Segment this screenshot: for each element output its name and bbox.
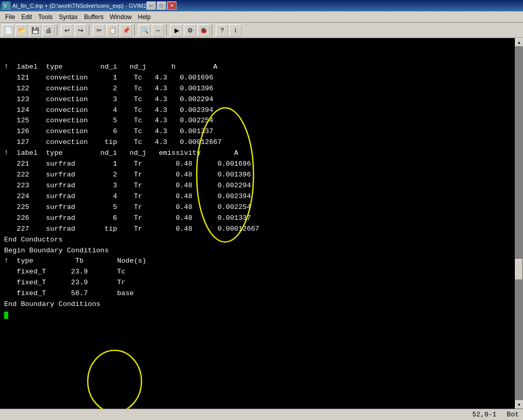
new-file-button[interactable]: 📄 <box>2 24 14 37</box>
maximize-button[interactable]: □ <box>157 2 166 10</box>
editor-line: 224 surfrad 4 Tr 0.48 0.002394 <box>4 191 511 202</box>
editor-content[interactable]: ! label type nd_i nd_j h A 121 convectio… <box>0 38 515 409</box>
scroll-down-arrow[interactable]: ▼ <box>515 400 524 409</box>
toolbar-separator-2 <box>89 25 91 36</box>
editor-line: fixed_T 23.9 Tr <box>4 278 511 288</box>
undo-button[interactable]: ↩ <box>61 24 73 37</box>
paste-button[interactable]: 📌 <box>120 24 132 37</box>
copy-button[interactable]: 📋 <box>106 24 119 37</box>
cursor-position: 52,0-1 <box>472 411 497 418</box>
minimize-button[interactable]: ─ <box>147 2 156 10</box>
editor-line: 123 convection 3 Tc 4.3 0.002294 <box>4 94 511 105</box>
run-button[interactable]: ▶ <box>170 24 183 37</box>
editor-line: End Conductors <box>4 235 511 246</box>
editor-line: 225 surfrad 5 Tr 0.48 0.002254 <box>4 202 511 213</box>
debug-button[interactable]: 🐞 <box>197 24 210 37</box>
window-controls: ─ □ ✕ <box>147 2 177 10</box>
editor-line: 124 convection 4 Tc 4.3 0.002394 <box>4 105 511 116</box>
info-button[interactable]: i <box>229 24 242 37</box>
editor-line: End Boundary Conditions <box>4 299 511 310</box>
editor-line: Begin Boundary Conditions <box>4 246 511 256</box>
app-icon: V <box>2 2 10 10</box>
menu-item-buffers[interactable]: Buffers <box>81 12 107 22</box>
editor-container: ! label type nd_i nd_j h A 121 convectio… <box>0 38 523 409</box>
replace-button[interactable]: ↔ <box>152 24 164 37</box>
menubar: FileEditToolsSyntaxBuffersWindowHelp <box>0 11 523 23</box>
editor-line: fixed_T 23.9 Tc <box>4 267 511 278</box>
print-button[interactable]: 🖨 <box>42 24 55 37</box>
save-file-button[interactable]: 💾 <box>29 24 41 37</box>
titlebar: V Al_fin_C.inp + (D:\work\TNSolver\conv_… <box>0 0 523 11</box>
menu-item-help[interactable]: Help <box>135 12 154 22</box>
toolbar-separator-4 <box>166 25 168 36</box>
redo-button[interactable]: ↪ <box>74 24 87 37</box>
scroll-up-arrow[interactable]: ▲ <box>515 38 524 46</box>
menu-item-window[interactable]: Window <box>107 12 135 22</box>
editor-line <box>4 310 511 321</box>
menu-item-edit[interactable]: Edit <box>18 12 35 22</box>
editor-line: 221 surfrad 1 Tr 0.48 0.001696 <box>4 159 511 170</box>
statusbar: 52,0-1 Bot <box>0 409 523 420</box>
open-file-button[interactable]: 📂 <box>15 24 28 37</box>
menu-item-file[interactable]: File <box>2 12 18 22</box>
editor-line: 127 convection tip Tc 4.3 0.00012667 <box>4 137 511 148</box>
editor-line: ! label type nd_i nd_j h A <box>4 62 511 73</box>
toolbar-separator-5 <box>212 25 214 36</box>
scrollbar[interactable]: ▲ ▼ <box>515 38 523 409</box>
menu-item-syntax[interactable]: Syntax <box>56 12 81 22</box>
toolbar: 📄 📂 💾 🖨 ↩ ↪ ✂ 📋 📌 🔍 ↔ ▶ ⚙ 🐞 ? i <box>0 23 523 38</box>
svg-point-3 <box>88 350 141 409</box>
scroll-position: Bot <box>507 411 519 418</box>
cursor <box>4 312 8 319</box>
editor-line: 122 convection 2 Tc 4.3 0.001396 <box>4 84 511 94</box>
close-button[interactable]: ✕ <box>167 2 177 10</box>
editor-lines: ! label type nd_i nd_j h A 121 convectio… <box>4 62 511 321</box>
help-button[interactable]: ? <box>216 24 228 37</box>
editor-line: ! type Tb Node(s) <box>4 256 511 267</box>
editor-line: ! label type nd_i nd_j emissivity A <box>4 148 511 159</box>
editor-line: 121 convection 1 Tc 4.3 0.001696 <box>4 73 511 84</box>
find-button[interactable]: 🔍 <box>138 24 151 37</box>
editor-line: 126 convection 6 Tc 4.3 0.001337 <box>4 126 511 137</box>
scroll-thumb[interactable] <box>515 259 522 280</box>
editor-line: 223 surfrad 3 Tr 0.48 0.002294 <box>4 181 511 191</box>
editor-line: 222 surfrad 2 Tr 0.48 0.001396 <box>4 170 511 181</box>
editor-line: 226 surfrad 6 Tr 0.48 0.001337 <box>4 213 511 224</box>
editor-line: 227 surfrad tip Tr 0.48 0.00012667 <box>4 224 511 235</box>
editor-line: 125 convection 5 Tc 4.3 0.002254 <box>4 116 511 126</box>
build-button[interactable]: ⚙ <box>184 24 196 37</box>
scroll-track[interactable] <box>515 46 523 400</box>
window-title: Al_fin_C.inp + (D:\work\TNSolver\conv_ex… <box>12 3 147 9</box>
menu-item-tools[interactable]: Tools <box>35 12 56 22</box>
toolbar-separator-3 <box>134 25 136 36</box>
editor-line: fixed_T 58.7 base <box>4 288 511 299</box>
toolbar-separator-1 <box>57 25 59 36</box>
svg-text:V: V <box>4 3 7 9</box>
cut-button[interactable]: ✂ <box>93 24 105 37</box>
